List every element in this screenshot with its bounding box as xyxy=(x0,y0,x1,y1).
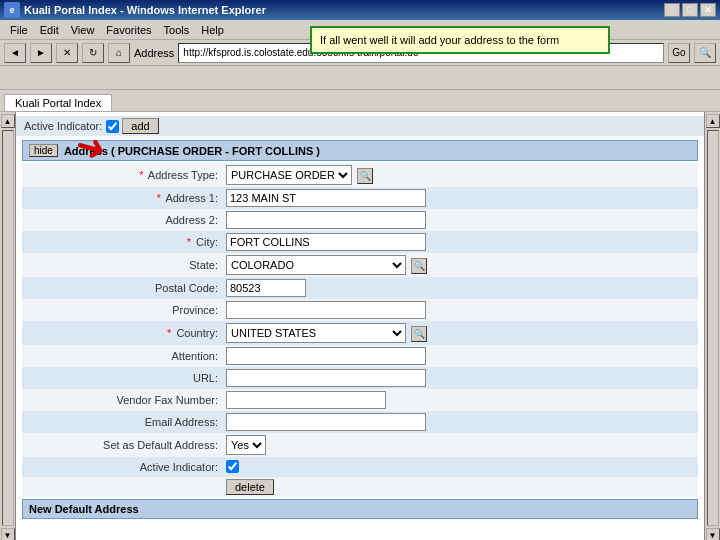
tab-kuali-portal[interactable]: Kuali Portal Index xyxy=(4,94,112,111)
table-row: * Address 1: xyxy=(22,187,698,209)
postal-code-cell xyxy=(222,277,698,299)
callout-box: If all went well it will add your addres… xyxy=(310,26,610,54)
fax-label: Vendor Fax Number: xyxy=(22,389,222,411)
country-lookup-icon[interactable]: 🔍 xyxy=(411,326,427,342)
ie-toolbar xyxy=(0,66,720,90)
section-header: hide Address ( PURCHASE ORDER - FORT COL… xyxy=(22,140,698,161)
search-button[interactable]: 🔍 xyxy=(694,43,716,63)
state-cell: COLORADO 🔍 xyxy=(222,253,698,277)
province-label: Province: xyxy=(22,299,222,321)
menu-file[interactable]: File xyxy=(4,22,34,38)
active-indicator-label: Active Indicator: xyxy=(24,120,102,132)
email-label: Email Address: xyxy=(22,411,222,433)
callout-text: If all went well it will add your addres… xyxy=(320,34,559,46)
window-title: Kuali Portal Index - Windows Internet Ex… xyxy=(24,4,266,16)
fax-cell xyxy=(222,389,698,411)
back-button[interactable]: ◄ xyxy=(4,43,26,63)
menu-view[interactable]: View xyxy=(65,22,101,38)
url-label: URL: xyxy=(22,367,222,389)
address-type-label: * Address Type: xyxy=(22,163,222,187)
email-input[interactable] xyxy=(226,413,426,431)
refresh-button[interactable]: ↻ xyxy=(82,43,104,63)
hide-button[interactable]: hide xyxy=(29,144,58,157)
new-default-label: New Default Address xyxy=(29,503,139,515)
delete-label xyxy=(22,477,222,497)
country-select[interactable]: UNITED STATES xyxy=(226,323,406,343)
forward-button[interactable]: ► xyxy=(30,43,52,63)
email-cell xyxy=(222,411,698,433)
active-indicator-checkbox-top[interactable] xyxy=(106,120,119,133)
scroll-right-up-button[interactable]: ▲ xyxy=(706,114,720,128)
active-indicator-form-cell xyxy=(222,457,698,477)
attention-input[interactable] xyxy=(226,347,426,365)
active-indicator-row: Active Indicator: add xyxy=(16,116,704,136)
table-row: * City: xyxy=(22,231,698,253)
right-scrollbar[interactable]: ▲ ▼ xyxy=(704,112,720,540)
table-row: Postal Code: xyxy=(22,277,698,299)
address-type-select[interactable]: PURCHASE ORDER xyxy=(226,165,352,185)
state-label: State: xyxy=(22,253,222,277)
city-label: * City: xyxy=(22,231,222,253)
attention-cell xyxy=(222,345,698,367)
city-input[interactable] xyxy=(226,233,426,251)
url-cell xyxy=(222,367,698,389)
menu-help[interactable]: Help xyxy=(195,22,230,38)
table-row: * Address Type: PURCHASE ORDER 🔍 xyxy=(22,163,698,187)
table-row: Attention: xyxy=(22,345,698,367)
table-row: Email Address: xyxy=(22,411,698,433)
postal-code-label: Postal Code: xyxy=(22,277,222,299)
table-row: Vendor Fax Number: xyxy=(22,389,698,411)
address2-label: Address 2: xyxy=(22,209,222,231)
table-row: Set as Default Address: Yes No xyxy=(22,433,698,457)
province-input[interactable] xyxy=(226,301,426,319)
address1-label: * Address 1: xyxy=(22,187,222,209)
delete-button[interactable]: delete xyxy=(226,479,274,495)
table-row: Province: xyxy=(22,299,698,321)
tab-bar: Kuali Portal Index xyxy=(0,90,720,112)
home-button[interactable]: ⌂ xyxy=(108,43,130,63)
state-lookup-icon[interactable]: 🔍 xyxy=(411,258,427,274)
address-label: Address xyxy=(134,47,174,59)
table-row: State: COLORADO 🔍 xyxy=(22,253,698,277)
default-address-select[interactable]: Yes No xyxy=(226,435,266,455)
menu-tools[interactable]: Tools xyxy=(158,22,196,38)
go-button[interactable]: Go xyxy=(668,43,690,63)
scroll-up-button[interactable]: ▲ xyxy=(1,114,15,128)
table-row: Address 2: xyxy=(22,209,698,231)
ie-icon: e xyxy=(4,2,20,18)
close-button[interactable]: ✕ xyxy=(700,3,716,17)
form-table: * Address Type: PURCHASE ORDER 🔍 * Addre… xyxy=(22,163,698,497)
maximize-button[interactable]: □ xyxy=(682,3,698,17)
new-default-address-section: New Default Address xyxy=(22,499,698,519)
left-scrollbar[interactable]: ▲ ▼ xyxy=(0,112,16,540)
tab-label: Kuali Portal Index xyxy=(15,97,101,109)
url-input[interactable] xyxy=(226,369,426,387)
active-indicator-form-label: Active Indicator: xyxy=(22,457,222,477)
minimize-button[interactable]: _ xyxy=(664,3,680,17)
default-address-cell: Yes No xyxy=(222,433,698,457)
address2-cell xyxy=(222,209,698,231)
table-row: Active Indicator: xyxy=(22,457,698,477)
scroll-right-down-button[interactable]: ▼ xyxy=(706,528,720,540)
title-bar: e Kuali Portal Index - Windows Internet … xyxy=(0,0,720,20)
address2-input[interactable] xyxy=(226,211,426,229)
window-controls[interactable]: _ □ ✕ xyxy=(664,3,716,17)
city-cell xyxy=(222,231,698,253)
add-button[interactable]: add xyxy=(122,118,158,134)
menu-edit[interactable]: Edit xyxy=(34,22,65,38)
fax-input[interactable] xyxy=(226,391,386,409)
default-address-label: Set as Default Address: xyxy=(22,433,222,457)
address-type-lookup-icon[interactable]: 🔍 xyxy=(357,168,373,184)
scroll-down-button[interactable]: ▼ xyxy=(1,528,15,540)
stop-button[interactable]: ✕ xyxy=(56,43,78,63)
address1-input[interactable] xyxy=(226,189,426,207)
delete-cell: delete xyxy=(222,477,698,497)
active-indicator-checkbox[interactable] xyxy=(226,460,239,473)
section-title: Address ( PURCHASE ORDER - FORT COLLINS … xyxy=(64,145,320,157)
menu-favorites[interactable]: Favorites xyxy=(100,22,157,38)
address1-cell xyxy=(222,187,698,209)
postal-code-input[interactable] xyxy=(226,279,306,297)
state-select[interactable]: COLORADO xyxy=(226,255,406,275)
main-content: Active Indicator: add ➜ hide Address ( P… xyxy=(16,112,704,540)
content-area: ▲ ▼ Active Indicator: add ➜ hide Address… xyxy=(0,112,720,540)
